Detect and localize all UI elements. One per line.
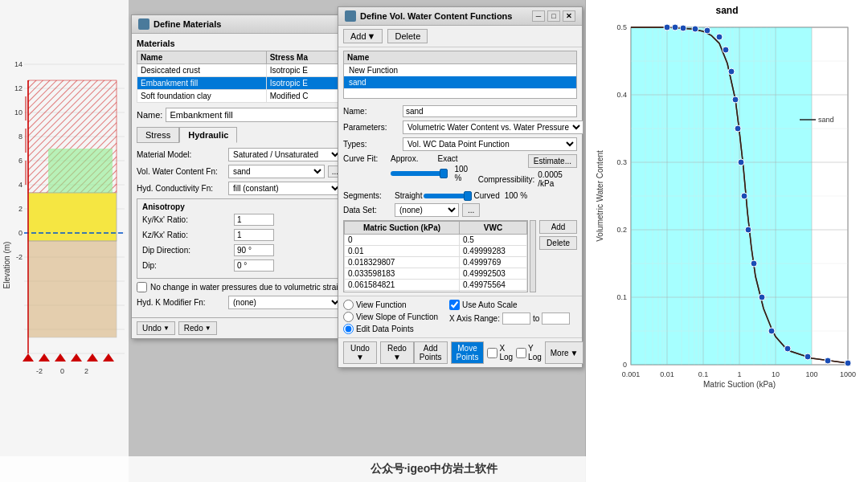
undo-dropdown-arrow[interactable]: ▼ bbox=[163, 325, 170, 332]
svg-text:Elevation (m): Elevation (m) bbox=[2, 242, 11, 289]
vwc-undo-btn[interactable]: Undo ▼ bbox=[343, 341, 377, 364]
name-input[interactable] bbox=[166, 108, 342, 122]
svg-text:0.2: 0.2 bbox=[616, 226, 627, 234]
table-row[interactable]: 0.010.49999283 bbox=[345, 246, 527, 257]
segments-label: Segments: bbox=[343, 191, 391, 200]
table-row[interactable]: Soft foundation clayModified C bbox=[137, 90, 342, 103]
dataset-btn[interactable]: ... bbox=[462, 203, 480, 217]
estimate-button[interactable]: Estimate... bbox=[528, 154, 577, 168]
svg-text:100: 100 bbox=[805, 370, 817, 378]
data-table-scrollbar[interactable] bbox=[530, 220, 536, 292]
materials-icon bbox=[138, 18, 149, 30]
svg-point-92 bbox=[732, 96, 739, 103]
more-btn[interactable]: More ▼ bbox=[545, 341, 584, 364]
undo-button[interactable]: Undo ▼ bbox=[137, 321, 175, 335]
exact-label: Exact bbox=[437, 154, 457, 163]
dip-direction-input[interactable] bbox=[234, 244, 274, 256]
view-function-radio[interactable] bbox=[343, 300, 354, 310]
bottom-options: View Function View Slope of Function Edi… bbox=[338, 296, 582, 337]
svg-text:8: 8 bbox=[18, 133, 23, 141]
name-label: Name: bbox=[137, 110, 162, 120]
list-item[interactable]: sand bbox=[344, 76, 576, 88]
svg-marker-34 bbox=[87, 353, 98, 362]
table-row[interactable]: 0.0335981830.49992503 bbox=[345, 268, 527, 280]
table-row[interactable]: Embankment fillIsotropic E bbox=[137, 77, 342, 90]
redo-button[interactable]: Redo ▼ bbox=[178, 321, 217, 335]
x-log-checkbox[interactable] bbox=[487, 348, 497, 358]
vwc-cell: 0.49975564 bbox=[459, 280, 526, 291]
vol-water-select[interactable]: sand bbox=[228, 165, 325, 178]
add-points-btn[interactable]: Add Points bbox=[414, 341, 448, 364]
redo-dropdown-arrow[interactable]: ▼ bbox=[205, 325, 211, 332]
y-log-checkbox[interactable] bbox=[516, 348, 526, 358]
col-name-header: Name bbox=[137, 51, 267, 64]
svg-point-87 bbox=[692, 26, 698, 32]
data-delete-btn[interactable]: Delete bbox=[539, 236, 577, 250]
move-points-btn[interactable]: Move Points bbox=[451, 341, 485, 364]
vwc-cell: 0.49930320 bbox=[459, 291, 526, 293]
vol-water-label: Vol. Water Content Fn: bbox=[137, 167, 225, 176]
svg-text:14: 14 bbox=[14, 60, 23, 68]
svg-point-98 bbox=[759, 294, 765, 300]
edit-data-radio[interactable] bbox=[343, 324, 354, 334]
volwater-icon bbox=[345, 10, 356, 22]
table-row[interactable]: Desiccated crustIsotropic E bbox=[137, 64, 342, 77]
svg-text:0.001: 0.001 bbox=[621, 370, 640, 378]
vwc-redo-btn[interactable]: Redo ▼ bbox=[380, 341, 414, 364]
no-change-checkbox[interactable] bbox=[137, 282, 147, 292]
vwc-params-select[interactable]: Volumetric Water Content vs. Water Press… bbox=[403, 120, 583, 134]
dataset-select[interactable]: (none) bbox=[395, 203, 459, 217]
vwc-content: Name: Parameters: Volumetric Water Conte… bbox=[338, 102, 582, 296]
table-row[interactable]: 00.5 bbox=[345, 235, 527, 246]
delete-button[interactable]: Delete bbox=[387, 29, 428, 43]
svg-text:0.3: 0.3 bbox=[616, 158, 627, 166]
svg-point-97 bbox=[751, 260, 757, 267]
close-win-btn[interactable]: ✕ bbox=[563, 10, 575, 22]
dip-input[interactable] bbox=[234, 259, 274, 272]
use-auto-scale-checkbox[interactable] bbox=[449, 300, 460, 310]
svg-text:-2: -2 bbox=[16, 253, 23, 261]
kz-kx-input[interactable] bbox=[234, 229, 274, 241]
hyd-conductivity-select[interactable]: fill (constant) bbox=[228, 182, 342, 195]
tab-hydraulic[interactable]: Hydraulic bbox=[179, 127, 237, 143]
svg-marker-30 bbox=[23, 353, 34, 362]
tab-stress[interactable]: Stress bbox=[137, 127, 179, 143]
svg-text:2: 2 bbox=[84, 367, 88, 375]
add-dropdown-arrow[interactable]: ▼ bbox=[367, 31, 376, 41]
view-function-label: View Function bbox=[356, 300, 407, 309]
svg-text:0: 0 bbox=[18, 229, 23, 237]
minimize-btn[interactable]: ─ bbox=[532, 10, 545, 22]
add-button[interactable]: Add ▼ bbox=[343, 29, 383, 43]
col-stress-header: Stress Ma bbox=[266, 51, 342, 64]
dip-direction-label: Dip Direction: bbox=[142, 246, 231, 255]
svg-marker-32 bbox=[55, 353, 66, 362]
vwc-types-select[interactable]: Vol. WC Data Point Function bbox=[403, 137, 577, 151]
volwater-title-bar: Define Vol. Water Content Functions ─ □ … bbox=[338, 7, 582, 26]
compressibility-value: 0.0005 /kPa bbox=[538, 170, 577, 188]
hyd-k-modifier-select[interactable]: (none) bbox=[228, 296, 342, 309]
data-table-container: Matric Suction (kPa) VWC 00.50.010.49999… bbox=[343, 220, 528, 292]
view-slope-radio[interactable] bbox=[343, 312, 354, 322]
svg-text:2: 2 bbox=[18, 205, 23, 213]
svg-marker-31 bbox=[39, 353, 50, 362]
curve-fit-value: 100 % bbox=[454, 165, 474, 182]
svg-rect-43 bbox=[48, 149, 113, 193]
x-axis-to-input[interactable] bbox=[542, 312, 570, 325]
table-row[interactable]: 0.0183298070.4999769 bbox=[345, 257, 527, 268]
maximize-btn[interactable]: □ bbox=[547, 10, 560, 22]
undo-redo-bar: Undo ▼ Redo ▼ bbox=[132, 317, 347, 338]
x-axis-from-input[interactable] bbox=[502, 312, 530, 325]
table-row[interactable]: 0.112999290.49930320 bbox=[345, 291, 527, 293]
vwc-types-label: Types: bbox=[343, 140, 399, 149]
ky-kx-input[interactable] bbox=[234, 214, 274, 226]
table-row[interactable]: 0.0615848210.49975564 bbox=[345, 280, 527, 291]
vwc-name-input[interactable] bbox=[403, 105, 577, 117]
use-auto-scale-label: Use Auto Scale bbox=[462, 300, 517, 309]
data-add-btn[interactable]: Add bbox=[539, 220, 577, 234]
col-vwc-header: VWC bbox=[459, 222, 526, 235]
segments-slider[interactable] bbox=[424, 194, 472, 198]
x-axis-to-label: to bbox=[533, 314, 539, 323]
list-item[interactable]: New Function bbox=[344, 64, 576, 76]
material-model-select[interactable]: Saturated / Unsaturated bbox=[228, 148, 342, 161]
curve-fit-slider[interactable] bbox=[391, 171, 448, 176]
